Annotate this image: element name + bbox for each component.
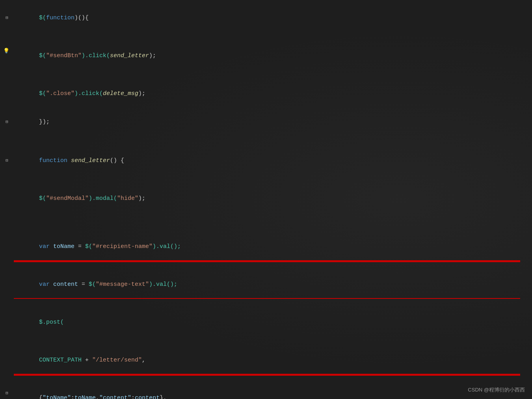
line-content-8	[14, 213, 532, 223]
token: :	[71, 395, 74, 399]
code-line-2: 💡 $("#sendBtn").click(send_letter);	[0, 32, 532, 70]
token: function	[39, 157, 71, 164]
token: ,	[96, 395, 99, 399]
token: "content"	[99, 395, 131, 399]
token: toName	[53, 243, 74, 250]
code-line-7: $("#sendModal").modal("hide");	[0, 175, 532, 213]
token: .post(	[43, 319, 64, 326]
bulb-icon: 💡	[3, 47, 9, 56]
code-line-9: var toName = $("#recipient-name").val();	[0, 223, 532, 261]
token: delete_msg	[103, 90, 138, 97]
code-line-10: var content = $("#message-text").val();	[0, 261, 532, 299]
line-content-12: CONTEXT_PATH + "/letter/send",	[14, 337, 532, 375]
csdn-watermark: CSDN @程博衍的小西西	[468, 386, 525, 394]
token: () {	[110, 157, 124, 164]
token: )(){	[74, 15, 89, 21]
code-line-5	[0, 136, 532, 147]
token: "#sendModal"	[46, 195, 89, 202]
gutter-6: ⊟	[0, 157, 14, 164]
code-line-11: $.post(	[0, 299, 532, 337]
fold-icon-1[interactable]: ⊟	[6, 15, 8, 22]
token: $(	[85, 243, 92, 250]
token: });	[39, 119, 50, 125]
token: ).click(	[82, 52, 110, 59]
token: function	[46, 15, 74, 21]
token: ).val();	[149, 281, 177, 288]
token: "toName"	[43, 395, 71, 399]
token: $	[39, 319, 43, 326]
csdn-label: CSDN @程博衍的小西西	[468, 387, 525, 393]
token: =	[74, 243, 85, 250]
code-line-1: ⊟ $(function)(){	[0, 4, 532, 32]
token: content	[53, 281, 78, 288]
token: $(	[39, 90, 46, 97]
line-content-10: var content = $("#message-text").val();	[14, 261, 532, 299]
token: "#message-text"	[96, 281, 149, 288]
token: "#sendBtn"	[46, 52, 82, 59]
code-line-6: ⊟ function send_letter() {	[0, 147, 532, 175]
line-content-4: });	[14, 108, 532, 136]
token: );	[138, 195, 145, 202]
line-content-11: $.post(	[14, 299, 532, 337]
token: "/letter/send"	[92, 357, 142, 364]
gutter-1: ⊟	[0, 15, 14, 22]
code-line-8	[0, 213, 532, 223]
line-content-6: function send_letter() {	[14, 147, 532, 175]
gutter-2: 💡	[0, 47, 14, 56]
token: ).click(	[74, 90, 103, 97]
token: var	[39, 243, 53, 250]
token: $(	[39, 52, 46, 59]
code-line-3: $(".close").click(delete_msg);	[0, 70, 532, 108]
token: ).modal(	[89, 195, 117, 202]
token: "hide"	[117, 195, 138, 202]
token: var	[39, 281, 53, 288]
code-line-12: CONTEXT_PATH + "/letter/send",	[0, 337, 532, 375]
token: );	[149, 52, 156, 59]
fold-icon-6[interactable]: ⊟	[6, 157, 8, 164]
token: =	[78, 281, 89, 288]
token: {	[39, 395, 43, 399]
token: ,	[142, 357, 145, 364]
token: "#recipient-name"	[92, 243, 153, 250]
gutter-4: ⊟	[0, 119, 14, 126]
token: $(	[89, 281, 96, 288]
token: $(	[39, 15, 46, 21]
code-editor: ⊟ $(function)(){ 💡 $("#sendBtn").click(s…	[0, 0, 532, 399]
token: toName	[74, 395, 96, 399]
line-content-2: $("#sendBtn").click(send_letter);	[14, 32, 532, 70]
token: );	[138, 90, 145, 97]
fold-icon-4[interactable]: ⊟	[6, 119, 8, 126]
line-content-3: $(".close").click(delete_msg);	[14, 70, 532, 108]
token: :	[131, 395, 135, 399]
token: content	[135, 395, 160, 399]
token: },	[160, 395, 167, 399]
line-content-13: {"toName":toName,"content":content},	[14, 375, 532, 399]
line-content-9: var toName = $("#recipient-name").val();	[14, 223, 532, 261]
line-content-7: $("#sendModal").modal("hide");	[14, 175, 532, 213]
fold-icon-13[interactable]: ⊟	[6, 390, 8, 397]
line-content-5	[14, 137, 532, 146]
token: +	[82, 357, 92, 364]
code-line-4: ⊟ });	[0, 108, 532, 136]
line-content-1: $(function)(){	[14, 4, 532, 32]
token: ".close"	[46, 90, 74, 97]
gutter-13: ⊟	[0, 390, 14, 397]
token: send_letter	[110, 52, 149, 59]
token: $(	[39, 195, 46, 202]
token: ).val();	[153, 243, 181, 250]
token: send_letter	[71, 157, 110, 164]
code-line-13: ⊟ {"toName":toName,"content":content},	[0, 375, 532, 399]
token: CONTEXT_PATH	[39, 357, 82, 364]
